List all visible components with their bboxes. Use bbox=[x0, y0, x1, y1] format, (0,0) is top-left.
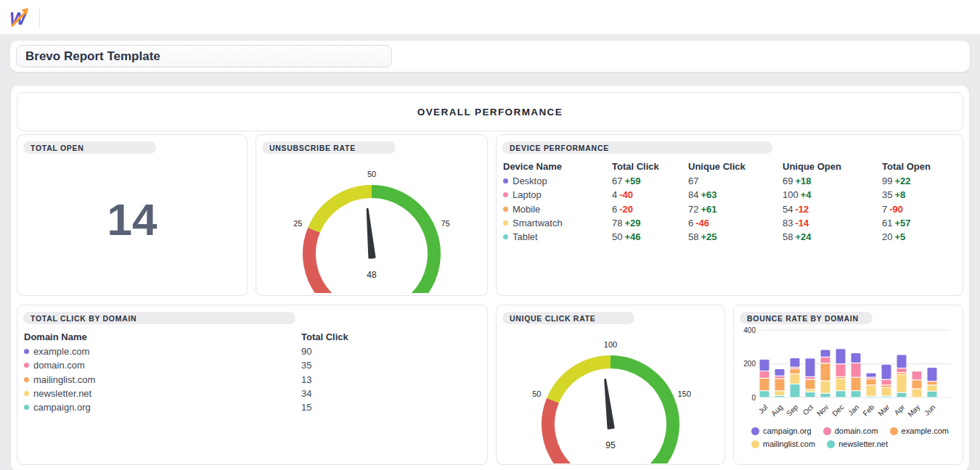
bar-segment bbox=[820, 393, 830, 397]
domain-table-body: example.com90domain.com35mailinglist.com… bbox=[17, 345, 487, 414]
metric-value: 99 bbox=[882, 176, 892, 186]
gauge-tick-label: 150 bbox=[677, 389, 690, 398]
bar-segment bbox=[851, 352, 861, 363]
bar-segment bbox=[836, 349, 846, 364]
gauge-segment bbox=[309, 230, 327, 293]
device-metric-cell: 78+29 bbox=[612, 218, 688, 228]
metric-value: 20 bbox=[882, 231, 892, 242]
domain-dot-icon bbox=[24, 391, 29, 396]
col-unique-click: Unique Click bbox=[688, 161, 783, 172]
bar-segment bbox=[775, 376, 785, 379]
metric-delta: +25 bbox=[701, 231, 716, 242]
metric-value: 34 bbox=[301, 388, 311, 399]
y-axis-tick-label: 0 bbox=[751, 394, 756, 402]
unsubscribe-rate-card-title-pill: UNSUBSCRIBE RATE bbox=[262, 141, 396, 154]
unique-click-rate-gauge: 5010015095 bbox=[502, 326, 719, 463]
device-name: Laptop bbox=[513, 189, 542, 200]
bar-segment bbox=[759, 391, 769, 397]
y-axis-tick-label: 200 bbox=[743, 360, 756, 368]
device-table-header: Device Name Total Click Unique Click Uni… bbox=[497, 159, 963, 174]
bar-segment bbox=[836, 379, 846, 391]
gauge-segment bbox=[314, 191, 372, 230]
domain-name: mailinglist.com bbox=[33, 374, 95, 385]
bar-segment bbox=[912, 371, 922, 380]
unique-click-rate-card: UNIQUE CLICK RATE 5010015095 bbox=[496, 305, 725, 465]
device-table-row: Laptop4-4084+63100+435+8 bbox=[497, 188, 963, 202]
device-metric-cell: 72+61 bbox=[688, 204, 783, 215]
report-title-bar: Brevo Report Template bbox=[10, 41, 970, 72]
app-logo[interactable]: W bbox=[7, 5, 33, 30]
device-metric-cell: 58+24 bbox=[783, 231, 882, 242]
legend-item[interactable]: mailinglist.com bbox=[751, 440, 815, 448]
bar-segment bbox=[927, 391, 937, 397]
device-metric-cell: 7-90 bbox=[882, 204, 956, 215]
bar-segment bbox=[912, 389, 922, 397]
legend-item[interactable]: campaign.org bbox=[751, 426, 812, 435]
device-metric-cell: 84+63 bbox=[688, 189, 783, 200]
metric-value: 7 bbox=[882, 204, 887, 215]
device-metric-cell: 6-46 bbox=[688, 218, 783, 228]
bar-segment bbox=[805, 379, 815, 389]
total-open-card-title: TOTAL OPEN bbox=[30, 144, 84, 152]
device-name-cell: Tablet bbox=[503, 231, 612, 242]
bar-segment bbox=[805, 358, 815, 377]
bar-segment bbox=[790, 358, 800, 367]
col-total-click: Total Click bbox=[612, 161, 688, 172]
bar-segment bbox=[927, 382, 937, 385]
legend-item[interactable]: domain.com bbox=[823, 426, 878, 435]
gauge-segment bbox=[548, 400, 566, 463]
device-metric-cell: 6-20 bbox=[612, 204, 688, 215]
section-header-card: OVERALL PERFORMANCE bbox=[17, 92, 963, 131]
device-name-cell: Smartwatch bbox=[503, 218, 612, 228]
bar-segment bbox=[820, 350, 830, 357]
metric-delta: -20 bbox=[619, 204, 633, 215]
device-metric-cell: 54-12 bbox=[783, 204, 882, 215]
device-dot-icon bbox=[503, 234, 508, 239]
metric-delta: -90 bbox=[889, 204, 903, 215]
section-title: OVERALL PERFORMANCE bbox=[417, 107, 563, 118]
device-name-cell: Mobile bbox=[503, 204, 612, 215]
metric-delta: +46 bbox=[624, 231, 640, 242]
domain-dot-icon bbox=[24, 405, 29, 410]
report-title-input[interactable]: Brevo Report Template bbox=[16, 45, 392, 67]
unique-click-rate-card-title-pill: UNIQUE CLICK RATE bbox=[502, 312, 634, 324]
metric-value: 58 bbox=[783, 231, 793, 242]
device-metric-cell: 20+5 bbox=[882, 231, 956, 242]
x-axis-tick-label: Jan bbox=[846, 403, 860, 417]
metric-delta: -46 bbox=[695, 218, 709, 228]
x-axis-tick-label: May bbox=[906, 403, 921, 419]
legend-item[interactable]: newsletter.net bbox=[827, 440, 888, 448]
dashboard-grid: TOTAL OPEN 14 UNSUBSCRIBE RATE 25507548 … bbox=[17, 134, 963, 465]
bar-segment bbox=[851, 377, 861, 391]
bar-segment bbox=[805, 389, 815, 392]
bar-segment bbox=[759, 371, 769, 378]
bar-segment bbox=[881, 364, 891, 379]
bar-segment bbox=[897, 374, 907, 392]
domain-dot-icon bbox=[24, 349, 29, 354]
metric-delta: +22 bbox=[894, 176, 910, 186]
legend-item[interactable]: example.com bbox=[890, 426, 949, 435]
bar-segment bbox=[759, 378, 769, 390]
x-axis-tick-label: Mar bbox=[876, 403, 891, 417]
bar-segment bbox=[851, 363, 861, 377]
device-name: Tablet bbox=[513, 231, 538, 242]
domain-name: newsletter.net bbox=[33, 388, 91, 399]
metric-value: 72 bbox=[688, 204, 698, 215]
bar-segment bbox=[820, 363, 830, 381]
total-click-by-domain-card-title-pill: TOTAL CLICK BY DOMAIN bbox=[23, 312, 295, 324]
gauge-value-label: 48 bbox=[367, 270, 377, 280]
unsubscribe-rate-card: UNSUBSCRIBE RATE 25507548 bbox=[256, 134, 488, 296]
metric-delta: +61 bbox=[701, 204, 716, 215]
unsubscribe-rate-card-title: UNSUBSCRIBE RATE bbox=[269, 144, 356, 152]
metric-delta: -12 bbox=[795, 204, 809, 215]
device-metric-cell: 69+18 bbox=[783, 176, 882, 186]
domain-name: example.com bbox=[33, 346, 89, 357]
bar-segment bbox=[881, 387, 891, 396]
domain-name-cell: campaign.org bbox=[24, 402, 301, 413]
device-table-row: Mobile6-2072+6154-127-90 bbox=[497, 202, 963, 216]
bar-segment bbox=[851, 391, 861, 397]
domain-dot-icon bbox=[24, 363, 29, 368]
domain-value-cell: 90 bbox=[301, 346, 481, 357]
col-domain-name: Domain Name bbox=[24, 331, 301, 342]
bar-segment bbox=[759, 359, 769, 371]
